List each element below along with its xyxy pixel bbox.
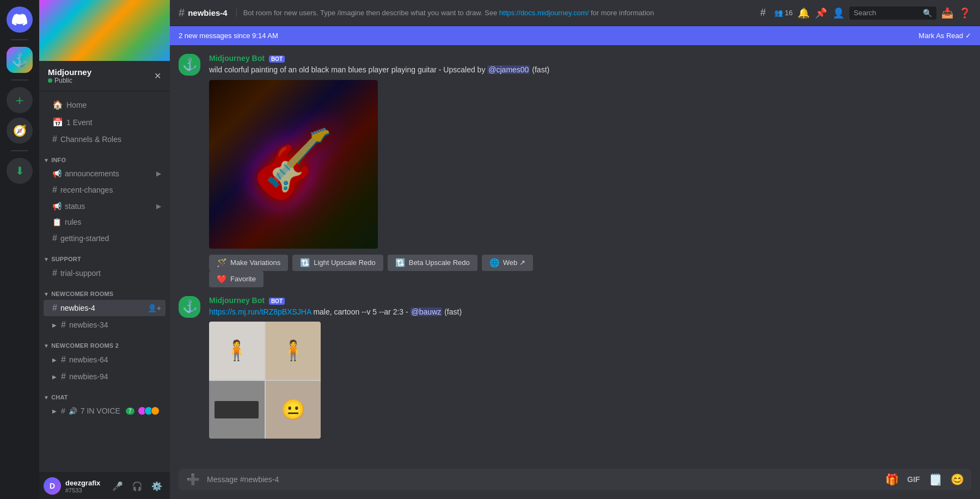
favorite-button[interactable]: ❤️ Favorite — [209, 271, 264, 287]
chevron-icon-3: ▼ — [44, 291, 49, 297]
cartoon-image-container[interactable]: 🧍 🧍 😐 — [209, 322, 321, 439]
light-upscale-redo-button[interactable]: 🔃 Light Upscale Redo — [292, 255, 383, 271]
category-newcomer-rooms-2[interactable]: ▼ NEWCOMER ROOMS 2 — [39, 334, 170, 351]
mark-as-read-button[interactable]: Mark As Read ✓ — [918, 32, 971, 40]
search-icon: 🔍 — [923, 9, 932, 17]
docs-link[interactable]: https://docs.midjourney.com/ — [499, 9, 589, 17]
hash-voice-icon: # — [61, 406, 65, 415]
member-count: 👥 16 — [774, 9, 793, 17]
header-actions: # 👥 16 🔔 📌 👤 🔍 📥 ❓ — [757, 7, 971, 20]
message-1-content: Midjourney Bot BOT wild colorful paintin… — [209, 54, 971, 287]
web-button[interactable]: 🌐 Web ↗ — [482, 255, 533, 271]
channel-header: # newbies-4 Bot room for new users. Type… — [170, 0, 980, 26]
status-dot — [48, 78, 52, 83]
channel-recent-changes[interactable]: # recent-changes — [44, 182, 166, 198]
emoji-button[interactable]: 😊 — [947, 470, 967, 489]
cartoon-cell-3 — [209, 381, 265, 439]
category-chat[interactable]: ▼ CHAT — [39, 385, 170, 403]
server-status: Public — [48, 77, 91, 84]
search-bar[interactable]: 🔍 — [849, 7, 936, 20]
channel-rules[interactable]: 📋 rules — [44, 214, 166, 230]
channel-newbies-34[interactable]: ▶ # newbies-34 — [44, 317, 166, 333]
hash-icon-4: # — [52, 303, 57, 313]
server-sidebar: Midjourney Public ✕ 🏠 Home 📅 1 Event # C… — [39, 0, 170, 499]
user-bar: D deezgrafix #7533 🎤 🎧 ⚙️ — [39, 472, 170, 499]
sidebar-item-events[interactable]: 📅 1 Event — [44, 114, 166, 131]
sidebar-item-home[interactable]: 🏠 Home — [44, 96, 166, 113]
hash-icon-5: # — [61, 320, 66, 330]
add-server-icon[interactable]: ＋ — [7, 87, 33, 113]
chevron-icon: ▼ — [44, 157, 49, 163]
add-member-icon[interactable]: 👤+ — [148, 304, 161, 312]
channel-status[interactable]: 📢 status ▶ — [44, 199, 166, 214]
members-panel-icon[interactable]: 👤 — [832, 7, 845, 20]
collapse-icon-2: ▶ — [156, 202, 161, 210]
message-field[interactable] — [207, 469, 878, 490]
channel-trial-support[interactable]: # trial-support — [44, 265, 166, 281]
megaphone-icon: 📢 — [52, 169, 62, 178]
mj-link[interactable]: https://s.mj.run/tRZ8pBXSJHA — [209, 307, 311, 316]
channel-header-name: # newbies-4 — [179, 7, 228, 19]
voice-badge: 7 — [126, 408, 134, 415]
explore-icon[interactable]: 🧭 — [7, 118, 33, 144]
headset-button[interactable]: 🎧 — [128, 477, 146, 495]
notification-icon[interactable]: 🔔 — [797, 7, 810, 20]
channel-newbies-64[interactable]: ▶ # newbies-64 — [44, 352, 166, 368]
gif-button[interactable]: GIF — [904, 470, 923, 489]
new-messages-banner: 2 new messages since 9:14 AM Mark As Rea… — [170, 26, 980, 45]
download-icon[interactable]: ⬇ — [7, 158, 33, 184]
wand-icon: 🪄 — [217, 258, 227, 268]
channel-newbies-94[interactable]: ▶ # newbies-94 — [44, 368, 166, 385]
midjourney-server-icon[interactable]: ⚓ — [7, 47, 33, 73]
user-name: deezgrafix — [65, 479, 105, 487]
search-input[interactable] — [854, 9, 920, 17]
message-2-text: https://s.mj.run/tRZ8pBXSJHA male, carto… — [209, 307, 971, 318]
message-1-actions: 🪄 Make Variations 🔃 Light Upscale Redo 🔃… — [209, 255, 971, 271]
app-sidebar: ⚓ ＋ 🧭 ⬇ — [0, 0, 39, 499]
user-avatar: D — [44, 477, 61, 495]
server-header[interactable]: Midjourney Public ✕ — [39, 61, 170, 91]
speaker-icon: 🔊 — [69, 407, 77, 415]
channel-voice[interactable]: ▶ # 🔊 7 IN VOICE 7 — [44, 403, 166, 418]
message-input-actions: 🎁 GIF 🗒️ 😊 — [882, 470, 967, 489]
channel-getting-started[interactable]: # getting-started — [44, 230, 166, 247]
message-1: ⚓ Midjourney Bot BOT wild colorful paint… — [179, 54, 971, 287]
category-info[interactable]: ▼ INFO — [39, 148, 170, 165]
message-2-content: Midjourney Bot BOT https://s.mj.run/tRZ8… — [209, 296, 971, 441]
beta-upscale-redo-button[interactable]: 🔃 Beta Upscale Redo — [388, 255, 477, 271]
pin-icon[interactable]: 📌 — [814, 7, 828, 20]
channel-list: 🏠 Home 📅 1 Event # Channels & Roles ▼ IN… — [39, 91, 170, 472]
members-icon: 👥 — [774, 9, 783, 17]
gift-button[interactable]: 🎁 — [882, 470, 902, 489]
chevron-icon-4: ▼ — [44, 343, 49, 349]
hash-icon-2: # — [52, 233, 57, 243]
inbox-icon[interactable]: 📥 — [941, 7, 954, 20]
user-controls: 🎤 🎧 ⚙️ — [109, 477, 166, 495]
mention-bauwz[interactable]: @bauwz — [411, 307, 443, 316]
blues-image-container[interactable] — [209, 80, 378, 249]
mention-cjames00[interactable]: @cjames00 — [487, 65, 530, 74]
globe-icon: 🌐 — [489, 258, 500, 268]
message-1-text: wild colorful painting of an old black m… — [209, 65, 971, 76]
sidebar-item-channels-roles[interactable]: # Channels & Roles — [44, 131, 166, 147]
rules-icon: 📋 — [52, 218, 62, 226]
sticker-button[interactable]: 🗒️ — [926, 470, 945, 489]
thread-icon[interactable]: # — [757, 7, 770, 20]
attach-button[interactable]: ➕ — [183, 470, 203, 489]
discord-home-icon[interactable] — [7, 7, 33, 33]
heart-icon: ❤️ — [217, 274, 227, 284]
mic-button[interactable]: 🎤 — [109, 477, 126, 495]
message-input: ➕ 🎁 GIF 🗒️ 😊 — [179, 469, 971, 490]
help-icon[interactable]: ❓ — [958, 7, 971, 20]
cartoon-cell-4: 😐 — [266, 381, 321, 439]
make-variations-button[interactable]: 🪄 Make Variations — [209, 255, 288, 271]
channel-newbies-4[interactable]: # newbies-4 👤+ — [44, 300, 166, 316]
sidebar-divider-3 — [11, 150, 28, 151]
channel-announcements[interactable]: 📢 announcements ▶ — [44, 166, 166, 181]
settings-button[interactable]: ⚙️ — [148, 477, 166, 495]
category-support[interactable]: ▼ SUPPORT — [39, 247, 170, 264]
banner-text: 2 new messages since 9:14 AM — [179, 32, 278, 40]
sidebar-divider — [11, 39, 28, 40]
hash-icon-6: # — [61, 355, 66, 365]
category-newcomer-rooms[interactable]: ▼ NEWCOMER ROOMS — [39, 282, 170, 299]
